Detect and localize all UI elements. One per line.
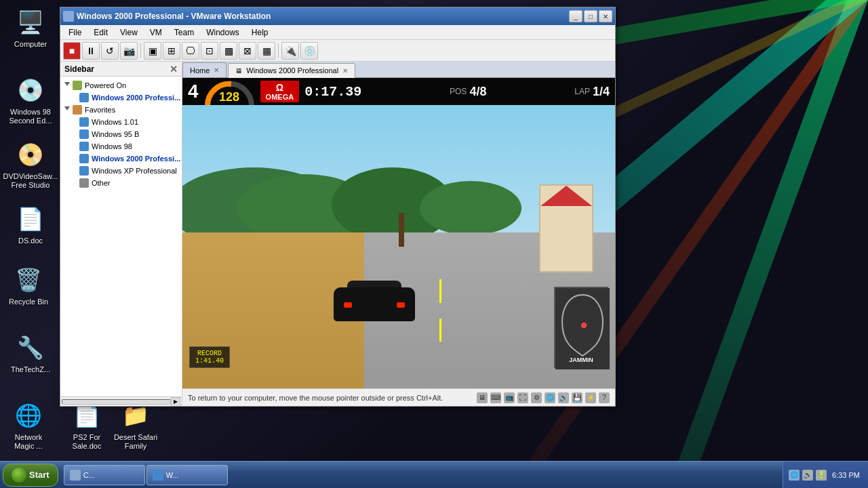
taskbar-item-vmware[interactable]: W... — [146, 465, 228, 485]
taskbar-item-desktop[interactable]: C... — [64, 465, 145, 485]
status-help-icon[interactable]: ? — [599, 392, 610, 403]
desktop-icon-windows98[interactable]: 💿 Windows 98Second Ed... — [3, 71, 58, 128]
omega-label: OMEGA — [266, 93, 294, 101]
sidebar-item-win101[interactable]: Windows 1.01 — [60, 116, 182, 128]
thetech-icon: 🔧 — [14, 331, 47, 364]
desktop-icon-recycle[interactable]: 🗑️ Recycle Bin — [1, 261, 56, 309]
tab-home[interactable]: Home ✕ — [182, 62, 226, 77]
sidebar-item-other[interactable]: Other — [60, 177, 182, 189]
tab-win2000[interactable]: 🖥 Windows 2000 Professional ✕ — [228, 63, 355, 78]
view-btn-6[interactable]: ⊠ — [239, 42, 256, 60]
snapshot-button[interactable]: 📷 — [120, 42, 138, 60]
car-body — [334, 287, 415, 321]
sidebar-item-win2000[interactable]: Windows 2000 Professi... — [60, 92, 182, 104]
player-car — [334, 277, 415, 331]
menu-view[interactable]: View — [115, 26, 143, 39]
desktop: 🖥️ Computer 💿 Windows 98Second Ed... 📀 D… — [0, 0, 868, 488]
sidebar-item-win95b[interactable]: Windows 95 B — [60, 128, 182, 140]
vm-area: Home ✕ 🖥 Windows 2000 Professional ✕ 4 — [182, 62, 615, 406]
reset-button[interactable]: ↺ — [101, 42, 119, 60]
usb-button[interactable]: 🔌 — [281, 42, 299, 60]
tab-home-close[interactable]: ✕ — [214, 66, 219, 74]
record-value: 1:41.40 — [195, 357, 224, 365]
view-normal-button[interactable]: ▣ — [144, 42, 161, 60]
status-monitor-icon[interactable]: 🖥 — [477, 392, 488, 403]
scrollbar-right-arrow[interactable]: ▶ — [171, 397, 180, 407]
game-hud: 4 128 Ω OMEGA — [182, 78, 615, 105]
desktop-icon-computer[interactable]: 🖥️ Computer — [3, 3, 58, 52]
thetech-label: TheTechZ... — [11, 365, 50, 374]
win2000-vm-icon — [79, 93, 89, 102]
desert-label: Desert Safari Family — [111, 433, 160, 451]
status-settings-icon[interactable]: ⚙ — [531, 392, 542, 403]
hud-position-number: 4 — [188, 81, 199, 102]
menu-edit[interactable]: Edit — [88, 26, 113, 39]
desktop-icon-thetech[interactable]: 🔧 TheTechZ... — [3, 329, 58, 377]
sidebar-scrollbar[interactable]: ▶ — [60, 396, 182, 406]
sidebar-close-button[interactable]: ✕ — [170, 64, 178, 75]
toolbar-sep-1 — [140, 43, 141, 58]
status-hdd-icon[interactable]: 💾 — [572, 392, 583, 403]
status-kbd-icon[interactable]: ⌨ — [490, 392, 501, 403]
hill-4 — [420, 181, 521, 235]
status-display-icon[interactable]: 📺 — [504, 392, 515, 403]
window-titlebar: Windows 2000 Professional - VMware Works… — [60, 7, 615, 25]
power-stop-button[interactable]: ■ — [63, 42, 81, 60]
sidebar-item-winxp[interactable]: Windows XP Professional — [60, 165, 182, 177]
menu-vm[interactable]: VM — [144, 26, 167, 39]
taskbar-item-label-2: W... — [166, 471, 179, 479]
road-line-1 — [439, 279, 441, 302]
sidebar-item-win2000-fav[interactable]: Windows 2000 Professi... — [60, 152, 182, 165]
game-viewport[interactable]: 4 128 Ω OMEGA — [182, 78, 615, 388]
tray-volume-icon: 🔊 — [802, 470, 813, 481]
tab-home-label: Home — [190, 66, 210, 75]
desktop-icon-network-magic[interactable]: 🌐 Network Magic ... — [1, 396, 56, 453]
omega-logo: Ω OMEGA — [260, 81, 300, 102]
view-btn-2[interactable]: ⊞ — [163, 42, 180, 60]
menu-file[interactable]: File — [63, 26, 87, 39]
expand-favorites-icon — [64, 106, 70, 113]
status-sound-icon[interactable]: 🔊 — [558, 392, 569, 403]
menu-bar: File Edit View VM Team Windows Help — [60, 25, 615, 40]
omega-symbol: Ω — [276, 82, 283, 93]
start-orb-icon — [12, 468, 26, 483]
win2000-label: Windows 2000 Professi... — [92, 94, 180, 102]
pause-button[interactable]: ⏸ — [82, 42, 100, 60]
status-message: To return to your computer, move the mou… — [188, 394, 443, 402]
cd-button[interactable]: 💿 — [300, 42, 318, 60]
view-btn-3[interactable]: 🖵 — [182, 42, 199, 60]
taskbar-desktop-icon — [70, 470, 81, 481]
sidebar-section-poweredon[interactable]: Powered On — [60, 79, 182, 92]
status-bar: To return to your computer, move the mou… — [182, 388, 615, 406]
toolbar: ■ ⏸ ↺ 📷 ▣ ⊞ 🖵 ⊡ ▩ ⊠ ▦ 🔌 💿 — [60, 40, 615, 62]
start-button[interactable]: Start — [3, 464, 58, 487]
sidebar-section-favorites[interactable]: Favorites — [60, 104, 182, 116]
menu-help[interactable]: Help — [246, 26, 274, 39]
restore-button[interactable]: □ — [584, 10, 597, 22]
dsdoc-label: DS.doc — [18, 237, 43, 245]
expand-poweredon-icon — [64, 82, 70, 89]
minimize-button[interactable]: _ — [569, 10, 583, 22]
computer-icon: 🖥️ — [14, 6, 47, 39]
minimap: JAMMIN — [554, 287, 608, 368]
view-btn-4[interactable]: ⊡ — [201, 42, 218, 60]
sidebar-item-win98[interactable]: Windows 98 — [60, 140, 182, 152]
desktop-icon-dvdvideo[interactable]: 📀 DVDVideoSaw...Free Studio — [3, 136, 58, 192]
other-icon — [79, 178, 89, 188]
car-left-light — [344, 302, 352, 308]
toolbar-sep-2 — [278, 43, 279, 58]
view-btn-7[interactable]: ▦ — [258, 42, 275, 60]
status-fs-icon[interactable]: ⛶ — [517, 392, 528, 403]
sidebar-content[interactable]: Powered On Windows 2000 Professi... Favo… — [60, 77, 182, 396]
desktop-icon-dsdoc[interactable]: 📄 DS.doc — [3, 200, 58, 248]
dvdvideo-icon: 📀 — [14, 138, 47, 171]
status-net-icon[interactable]: 🌐 — [545, 392, 555, 403]
view-btn-5[interactable]: ▩ — [220, 42, 237, 60]
status-power-icon[interactable]: ⚡ — [585, 392, 596, 403]
close-button[interactable]: ✕ — [599, 10, 612, 22]
vmware-title-icon — [63, 11, 74, 22]
menu-team[interactable]: Team — [169, 26, 199, 39]
menu-windows[interactable]: Windows — [201, 26, 245, 39]
scrollbar-track[interactable] — [62, 399, 171, 405]
tab-win2000-close[interactable]: ✕ — [342, 67, 348, 75]
